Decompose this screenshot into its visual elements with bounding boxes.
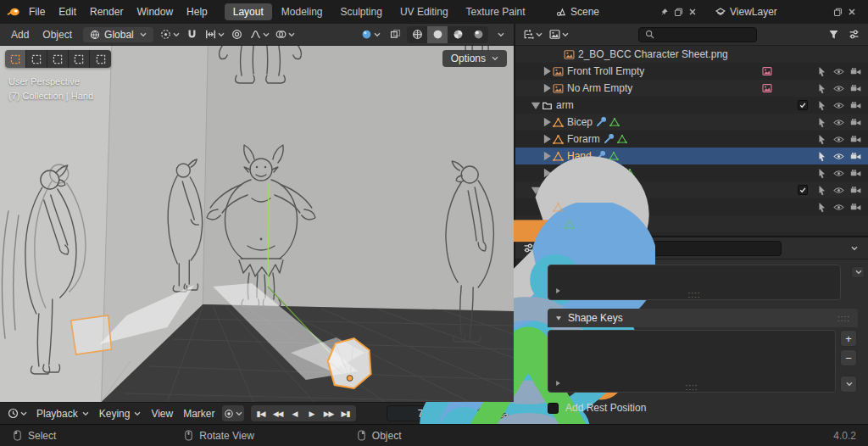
pointer-icon[interactable]	[816, 151, 827, 162]
unlink-scene-icon[interactable]	[688, 8, 697, 16]
play-reverse-button[interactable]: ◀	[287, 406, 303, 421]
camera-icon[interactable]	[850, 83, 861, 94]
meshdata-icon[interactable]	[609, 117, 620, 127]
auto-keying-button[interactable]	[222, 405, 244, 421]
outliner-search[interactable]	[638, 27, 757, 42]
shading-material-button[interactable]	[448, 26, 468, 43]
menu-window[interactable]: Window	[130, 4, 180, 20]
camera-icon[interactable]	[850, 151, 861, 162]
add-rest-position-checkbox[interactable]	[548, 403, 559, 414]
camera-icon[interactable]	[850, 185, 861, 196]
shading-rendered-button[interactable]	[468, 26, 488, 43]
blender-logo-icon[interactable]	[7, 5, 20, 19]
viewport-menu-add[interactable]: Add	[4, 27, 36, 42]
shading-solid-button[interactable]	[427, 26, 448, 43]
select-intersect-button[interactable]	[90, 50, 111, 68]
workspace-tab-modeling[interactable]: Modeling	[273, 3, 331, 20]
pointer-icon[interactable]	[816, 66, 827, 77]
workspace-tab-uv-editing[interactable]: UV Editing	[392, 3, 457, 20]
vertex-groups-list[interactable]: ::::	[548, 265, 841, 300]
viewport-canvas[interactable]: Options User Perspective (7) Collection …	[0, 46, 514, 402]
shading-wireframe-button[interactable]	[407, 26, 427, 43]
collection-checkbox[interactable]	[798, 100, 808, 110]
eye-icon[interactable]	[833, 66, 844, 77]
pointer-icon[interactable]	[816, 100, 827, 111]
pointer-icon[interactable]	[816, 202, 827, 213]
camera-icon[interactable]	[850, 117, 861, 128]
remove-viewlayer-icon[interactable]	[848, 8, 856, 16]
menu-render[interactable]: Render	[83, 4, 130, 20]
next-keyframe-button[interactable]: ▶▶	[320, 406, 337, 421]
overlays-button[interactable]	[273, 26, 298, 43]
orientation-dropdown[interactable]: Global	[83, 27, 153, 42]
workspace-tab-texture-paint[interactable]: Texture Paint	[458, 3, 534, 20]
pivot-button[interactable]	[158, 26, 182, 43]
eye-icon[interactable]	[833, 83, 844, 94]
disclosure-closed-icon[interactable]	[541, 136, 553, 142]
menu-file[interactable]: File	[22, 4, 52, 20]
outliner-row-2-bo-bcc-character-sheet-png[interactable]: 2_BO_BCC Character Sheet.png	[515, 46, 868, 63]
camera-icon[interactable]	[850, 168, 861, 179]
select-extend-button[interactable]	[26, 50, 47, 68]
prop-button[interactable]	[228, 26, 247, 43]
shape-keys-list[interactable]: ::::	[548, 330, 836, 393]
select-invert-button[interactable]	[69, 50, 90, 68]
eye-icon[interactable]	[833, 134, 844, 145]
list-item-disclosure-icon[interactable]	[554, 287, 561, 294]
camera-icon[interactable]	[850, 66, 861, 77]
outliner-row-arm[interactable]: arm	[515, 97, 868, 114]
add-shape-key-button[interactable]: +	[840, 330, 857, 347]
panel-grip[interactable]: ::::	[837, 314, 850, 323]
eye-icon[interactable]	[833, 151, 844, 162]
scene-selector[interactable]: Scene	[551, 4, 702, 20]
timeline-menu-playback[interactable]: Playback	[36, 408, 89, 420]
timeline-menu-marker[interactable]: Marker	[183, 408, 214, 420]
eye-icon[interactable]	[833, 168, 844, 179]
eye-icon[interactable]	[833, 185, 844, 196]
wrench-icon[interactable]	[596, 117, 606, 127]
toggle-xray-button[interactable]	[386, 26, 404, 43]
pointer-icon[interactable]	[816, 83, 827, 94]
camera-icon[interactable]	[850, 202, 861, 213]
shape-key-specials-button[interactable]	[840, 376, 857, 393]
resize-grip[interactable]: ::::	[685, 383, 698, 392]
viewlayer-selector[interactable]: ViewLayer	[710, 4, 861, 20]
pointer-icon[interactable]	[816, 117, 827, 128]
disclosure-open-icon[interactable]	[530, 102, 542, 109]
previous-keyframe-button[interactable]: ◀◀	[270, 406, 287, 421]
snapto-button[interactable]	[203, 26, 227, 43]
eye-icon[interactable]	[833, 100, 844, 111]
jump-to-start-button[interactable]: ▮◀	[253, 406, 270, 421]
timeline-menu-view[interactable]: View	[151, 408, 173, 420]
outliner-row-bicep[interactable]: Bicep	[515, 114, 868, 131]
properties-options-button[interactable]	[844, 240, 863, 257]
camera-icon[interactable]	[850, 134, 861, 145]
new-scene-icon[interactable]	[674, 8, 683, 17]
list-item-disclosure-icon[interactable]	[554, 380, 561, 387]
outliner-row-forarm[interactable]: Forarm	[515, 131, 868, 148]
select-set-button[interactable]	[5, 50, 26, 68]
material-preview-button[interactable]	[359, 26, 383, 43]
menu-help[interactable]: Help	[180, 4, 214, 20]
outliner-row-no-arm-empty[interactable]: No Arm Empty	[515, 80, 868, 97]
scroll-down-button[interactable]	[851, 266, 865, 278]
workspace-tab-sculpting[interactable]: Sculpting	[332, 3, 391, 20]
sliders-button[interactable]	[844, 26, 863, 43]
camera-icon[interactable]	[850, 100, 861, 111]
meshdata-icon[interactable]	[617, 134, 627, 144]
options-button[interactable]: Options	[442, 50, 507, 67]
play-button[interactable]: ▶	[303, 406, 320, 421]
disclosure-closed-icon[interactable]	[541, 85, 553, 92]
remove-shape-key-button[interactable]: −	[840, 349, 857, 366]
select-subtract-button[interactable]	[47, 50, 69, 68]
eye-icon[interactable]	[833, 117, 844, 128]
display-mode-button[interactable]	[547, 26, 571, 43]
pointer-icon[interactable]	[816, 185, 827, 196]
resize-grip[interactable]: ::::	[687, 291, 700, 299]
outliner-search-input[interactable]	[659, 29, 750, 41]
jump-to-end-button[interactable]: ▶▮	[337, 406, 354, 421]
timeline-editor-type-button[interactable]	[5, 405, 30, 422]
menu-edit[interactable]: Edit	[52, 4, 83, 20]
workspace-tab-layout[interactable]: Layout	[225, 3, 272, 20]
falloff-button[interactable]	[248, 26, 272, 43]
